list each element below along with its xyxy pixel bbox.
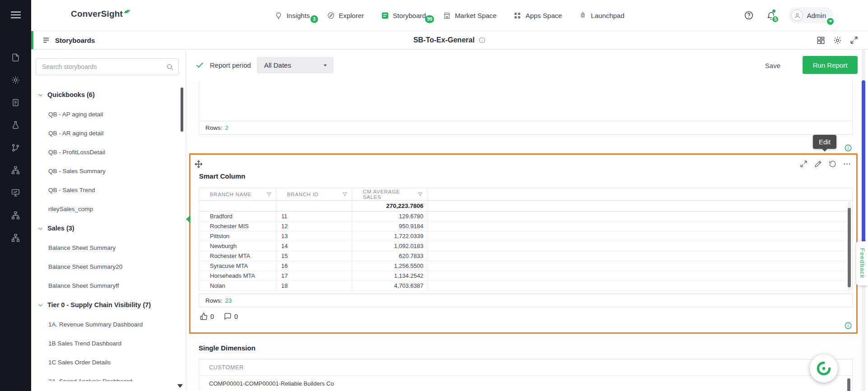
notifications-bell-icon[interactable]: 5: [766, 11, 776, 20]
move-handle-icon[interactable]: [195, 160, 203, 168]
group-label: Quickbooks (6): [47, 91, 95, 98]
more-options-icon[interactable]: [843, 160, 851, 168]
cell-cm-average-sales: 1,722.0339: [352, 231, 427, 241]
layout-grid-icon[interactable]: [817, 36, 825, 45]
notifications-badge: 5: [771, 15, 779, 23]
tree-item[interactable]: QB - AR aging detail: [31, 124, 178, 143]
storyboard-search: [36, 58, 179, 75]
widget-partial-top: Rows: 2: [199, 81, 853, 135]
page-scrollbar-thumb[interactable]: [862, 80, 865, 251]
tree-item[interactable]: QB - Sales Summary: [31, 161, 178, 180]
table-row[interactable]: COMP00001-COMP00001-Reliable Builders Co: [199, 376, 852, 391]
tree-item[interactable]: 1B Sales Trend Dashboard: [31, 334, 178, 353]
nav-item-explorer[interactable]: Explorer: [327, 12, 364, 19]
column-header-customer[interactable]: CUSTOMER: [199, 359, 852, 376]
hamburger-menu-icon[interactable]: [11, 11, 21, 19]
workflow-icon[interactable]: [11, 234, 20, 242]
widget-social-bar: 0 0: [200, 313, 238, 320]
refresh-icon[interactable]: [829, 160, 836, 168]
title-info-icon[interactable]: [478, 37, 486, 44]
tree-item[interactable]: QB - Sales Trend: [31, 180, 178, 199]
report-period-dropdown[interactable]: All Dates: [257, 57, 334, 74]
column-label: BRANCH NAME: [210, 192, 252, 197]
lab-flask-icon[interactable]: [11, 121, 20, 129]
nav-item-apps-space[interactable]: Apps Space: [514, 12, 562, 19]
table-row[interactable]: Syracuse MTA161,256.5500: [199, 261, 853, 271]
column-header-branch-name[interactable]: BRANCH NAME: [199, 188, 276, 200]
cell-branch-name: Syracuse MTA: [199, 261, 276, 271]
column-header-cm-average-sales[interactable]: CM AVERAGE SALES: [352, 188, 427, 200]
table-row[interactable]: Rochester MTA15620.7833: [199, 251, 853, 261]
help-icon[interactable]: [744, 10, 754, 20]
rows-count: 23: [225, 297, 232, 304]
panel-scrollbar-thumb[interactable]: [181, 87, 183, 132]
filter-icon[interactable]: [418, 192, 423, 197]
smart-column-table: BRANCH NAME BRANCH ID CM AVERAGE SALES: [199, 188, 853, 291]
tree-item[interactable]: Balance Sheet Summary20: [31, 257, 178, 276]
comment-button[interactable]: 0: [224, 313, 238, 320]
expand-widget-icon[interactable]: [800, 160, 808, 168]
tree-item[interactable]: 1C Sales Order Details: [31, 353, 178, 372]
tree-item[interactable]: Balance Sheet Summaryff: [31, 276, 178, 295]
chevron-down-icon: [37, 92, 43, 98]
save-button[interactable]: Save: [760, 57, 786, 74]
cell-branch-name: Rochester MIS: [199, 221, 276, 231]
tree-item[interactable]: rileySales_comp: [31, 199, 178, 218]
board-settings-gear-icon[interactable]: [833, 36, 842, 45]
git-branch-icon[interactable]: [11, 143, 20, 152]
tree-item[interactable]: Balance Sheet Summary: [31, 238, 178, 257]
tree-item[interactable]: 2A. Spend Analysis Dashboard: [31, 372, 178, 381]
user-menu[interactable]: Admin: [789, 7, 833, 23]
assistant-fab[interactable]: [810, 354, 838, 382]
table-row[interactable]: Rochester MIS12950.9184: [199, 221, 853, 231]
widget-toolbar: [800, 160, 851, 168]
edit-pencil-icon[interactable]: [814, 160, 822, 168]
search-icon[interactable]: [166, 63, 174, 71]
table-scrollbar-thumb[interactable]: [847, 378, 850, 391]
monitor-chart-icon[interactable]: [11, 189, 20, 197]
feedback-tab[interactable]: Feedback: [856, 241, 868, 285]
widget-info-icon[interactable]: [844, 322, 852, 330]
search-input[interactable]: [36, 59, 178, 75]
cell-branch-name: Nolan: [199, 281, 276, 290]
like-button[interactable]: 0: [200, 313, 214, 320]
table-scrollbar-thumb[interactable]: [848, 208, 851, 287]
table-row[interactable]: Horseheads MTA171,134.2542: [199, 271, 853, 281]
table-row[interactable]: Newburgh141,092.0183: [199, 241, 853, 251]
tree-item[interactable]: 1A. Revenue Summary Dashboard: [31, 315, 178, 334]
filter-icon[interactable]: [342, 192, 348, 197]
storyboards-panel: Quickbooks (6) QB - AP aging detail QB -…: [31, 50, 186, 391]
nav-item-insights[interactable]: Insights 3: [275, 12, 310, 19]
table-row[interactable]: Nolan184,703.6387: [199, 281, 853, 291]
hierarchy-icon[interactable]: [11, 166, 20, 175]
documents-icon[interactable]: [11, 53, 20, 62]
filter-icon[interactable]: [266, 192, 272, 197]
table-row[interactable]: Bradford11129.6780: [199, 212, 853, 221]
org-chart-icon[interactable]: [11, 211, 20, 220]
scroll-down-arrow-icon[interactable]: [176, 383, 184, 389]
smart-column-widget[interactable]: Smart Column BRANCH NAME BRANCH ID: [189, 153, 858, 334]
fullscreen-expand-icon[interactable]: [850, 36, 858, 44]
tree-item[interactable]: QB - AP aging detail: [31, 105, 178, 124]
tree-item[interactable]: QB - ProfitLossDetail: [31, 143, 178, 161]
tree-group-sales[interactable]: Sales (3): [31, 218, 178, 238]
storyboards-breadcrumb[interactable]: Storyboards: [42, 31, 95, 49]
tree-group-tier0[interactable]: Tier 0 - Supply Chain Visibility (7): [31, 295, 178, 315]
forms-icon[interactable]: [11, 98, 20, 107]
cell-cm-average-sales: 1,256.5500: [352, 261, 427, 271]
filter-check-icon[interactable]: [195, 61, 204, 69]
single-dimension-title: Single Dimension: [199, 344, 255, 352]
column-header-empty: [427, 188, 852, 200]
nav-item-launchpad[interactable]: Launchpad: [579, 12, 624, 19]
column-header-branch-id[interactable]: BRANCH ID: [276, 188, 352, 200]
run-report-button[interactable]: Run Report: [803, 56, 858, 74]
nav-item-market-space[interactable]: Market Space: [443, 12, 497, 19]
widget-info-icon[interactable]: [844, 144, 852, 152]
main-content: Report period All Dates Save Run Report …: [186, 50, 868, 391]
panel-collapse-arrow[interactable]: [186, 215, 190, 223]
table-row[interactable]: Pittston131,722.0339: [199, 231, 853, 241]
settings-icon[interactable]: [11, 76, 20, 84]
tree-group-quickbooks[interactable]: Quickbooks (6): [31, 85, 178, 105]
nav-item-storyboard[interactable]: Storyboard 99: [381, 12, 426, 19]
cell-branch-name: Pittston: [199, 231, 276, 241]
